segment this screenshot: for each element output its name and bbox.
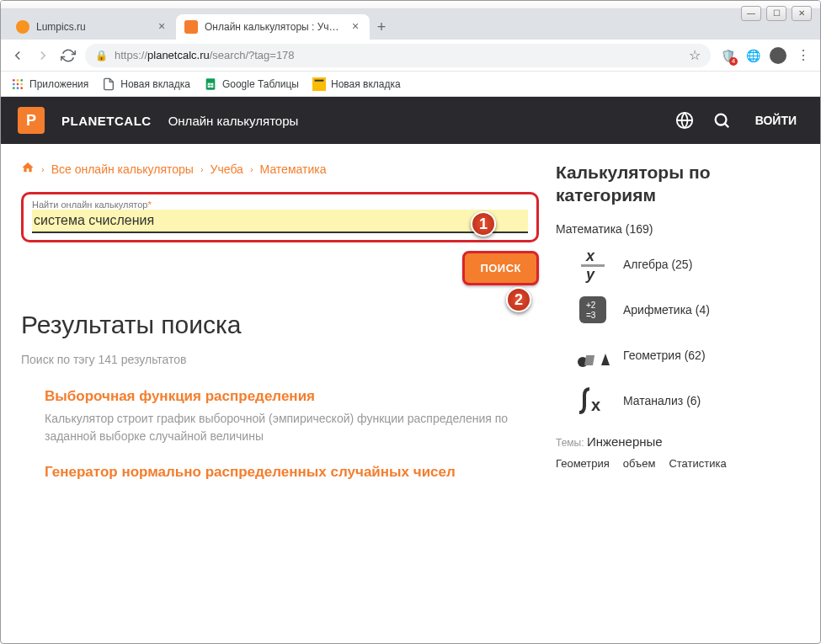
results-meta: Поиск по тэгу 141 результатов [21, 353, 539, 366]
bookmark-item[interactable]: Google Таблицы [204, 77, 299, 91]
login-button[interactable]: ВОЙТИ [749, 114, 803, 127]
tag-link[interactable]: Геометрия [556, 457, 610, 470]
tab-close-icon[interactable]: × [156, 21, 168, 33]
favicon-icon [16, 20, 29, 34]
new-tab-button[interactable]: + [370, 16, 393, 40]
svg-rect-26 [584, 355, 594, 365]
result-item: Генератор нормально распределенных случа… [21, 464, 539, 481]
svg-rect-13 [312, 77, 326, 91]
svg-point-17 [715, 114, 726, 125]
sidebar-tags: Темы: Инженерные [556, 434, 800, 449]
home-icon[interactable] [21, 161, 35, 177]
result-item: Выборочная функция распределения Калькул… [21, 388, 539, 445]
bookmark-item[interactable]: Новая вкладка [312, 77, 401, 91]
result-title-link[interactable]: Генератор нормально распределенных случа… [45, 464, 539, 481]
maximize-button[interactable]: ☐ [766, 6, 786, 21]
svg-point-3 [13, 82, 15, 85]
address-bar[interactable]: 🔒 https://planetcalc.ru/search/?tag=178 … [85, 44, 711, 67]
back-button[interactable] [9, 47, 26, 64]
category-item[interactable]: +2=3 Арифметика (4) [556, 291, 800, 328]
category-main[interactable]: Математика (169) [556, 222, 800, 236]
svg-text:x: x [591, 396, 600, 414]
category-label: Алгебра (25) [623, 258, 692, 271]
svg-text:y: y [585, 266, 595, 283]
chevron-right-icon: › [200, 164, 204, 174]
main-column: › Все онлайн калькуляторы › Учеба › Мате… [21, 161, 539, 499]
svg-point-5 [20, 82, 23, 85]
browser-tabbar: Lumpics.ru × Онлайн калькуляторы : Учеба… [1, 9, 820, 40]
tag-link[interactable]: объем [623, 457, 656, 470]
category-label: Геометрия (62) [623, 349, 706, 362]
category-label: Матанализ (6) [623, 394, 701, 407]
result-title-link[interactable]: Выборочная функция распределения [45, 388, 539, 405]
category-item[interactable]: x Матанализ (6) [556, 382, 800, 419]
svg-point-6 [13, 87, 15, 89]
sidebar-heading: Калькуляторы по категориям [556, 161, 800, 207]
results-heading: Результаты поиска [21, 311, 539, 339]
site-header: P PLANETCALC Онлайн калькуляторы ВОЙТИ [1, 97, 820, 144]
minimize-button[interactable]: — [741, 6, 761, 21]
window-controls: — ☐ ✕ [741, 6, 812, 21]
result-description: Калькулятор строит график выборочной (эм… [45, 410, 539, 445]
chevron-right-icon: › [41, 164, 45, 174]
arithmetic-icon: +2=3 [574, 291, 611, 328]
svg-point-0 [13, 79, 15, 82]
bookmark-favicon [312, 77, 326, 91]
search-button[interactable]: ПОИСК [462, 251, 539, 285]
svg-point-4 [17, 82, 19, 85]
svg-point-1 [17, 79, 19, 82]
search-field-highlight: Найти онлайн калькулятор* [21, 192, 539, 242]
sheets-icon [204, 77, 217, 91]
window-titlebar [1, 1, 820, 9]
annotation-marker-1: 1 [471, 211, 496, 237]
calculus-icon: x [574, 382, 611, 419]
bookmark-item[interactable]: Новая вкладка [102, 77, 190, 91]
breadcrumb-link[interactable]: Все онлайн калькуляторы [51, 162, 194, 176]
browser-toolbar: 🔒 https://planetcalc.ru/search/?tag=178 … [1, 40, 820, 72]
site-logo[interactable]: P [18, 107, 45, 134]
reload-button[interactable] [60, 47, 77, 64]
breadcrumb: › Все онлайн калькуляторы › Учеба › Мате… [21, 161, 539, 177]
tag-row: Геометрия объем Статистика [556, 457, 800, 470]
star-icon[interactable]: ☆ [689, 47, 701, 63]
language-icon[interactable] [674, 110, 695, 130]
tab-title: Онлайн калькуляторы : Учеба : [205, 21, 344, 33]
page-content: › Все онлайн калькуляторы › Учеба › Мате… [1, 144, 820, 499]
tag-link[interactable]: Инженерные [587, 434, 663, 449]
browser-tab[interactable]: Lumpics.ru × [8, 14, 176, 40]
site-name[interactable]: PLANETCALC [61, 114, 152, 128]
close-button[interactable]: ✕ [792, 6, 812, 21]
svg-point-8 [20, 87, 23, 89]
forward-button[interactable] [35, 47, 51, 64]
breadcrumb-link[interactable]: Учеба [211, 162, 243, 176]
svg-point-7 [17, 87, 19, 89]
category-label: Арифметика (4) [623, 303, 710, 317]
tab-title: Lumpics.ru [36, 21, 151, 33]
geometry-icon [574, 337, 611, 374]
chevron-right-icon: › [250, 164, 253, 174]
category-item[interactable]: xy Алгебра (25) [556, 246, 800, 283]
svg-text:=3: =3 [586, 311, 596, 320]
svg-text:+2: +2 [586, 301, 596, 310]
svg-text:x: x [585, 247, 595, 264]
tab-close-icon[interactable]: × [349, 21, 361, 33]
algebra-icon: xy [574, 246, 611, 283]
profile-avatar[interactable] [770, 47, 786, 64]
extension-icon[interactable]: 🌐 [744, 47, 761, 64]
menu-button[interactable]: ⋮ [795, 47, 812, 64]
svg-line-18 [724, 124, 728, 128]
search-input[interactable] [32, 210, 528, 233]
extension-icon[interactable]: 🛡️4 [719, 47, 736, 64]
page-icon [102, 77, 115, 91]
sidebar: Калькуляторы по категориям Математика (1… [556, 161, 800, 499]
svg-rect-14 [315, 79, 324, 81]
bookmarks-bar: Приложения Новая вкладка Google Таблицы … [1, 72, 820, 97]
browser-tab-active[interactable]: Онлайн калькуляторы : Учеба : × [176, 14, 370, 40]
apps-button[interactable]: Приложения [11, 77, 88, 91]
favicon-icon [184, 20, 198, 34]
tag-link[interactable]: Статистика [669, 457, 726, 470]
category-item[interactable]: Геометрия (62) [556, 337, 800, 374]
apps-icon [11, 77, 24, 91]
breadcrumb-link[interactable]: Математика [260, 162, 327, 176]
search-icon[interactable] [712, 110, 732, 130]
